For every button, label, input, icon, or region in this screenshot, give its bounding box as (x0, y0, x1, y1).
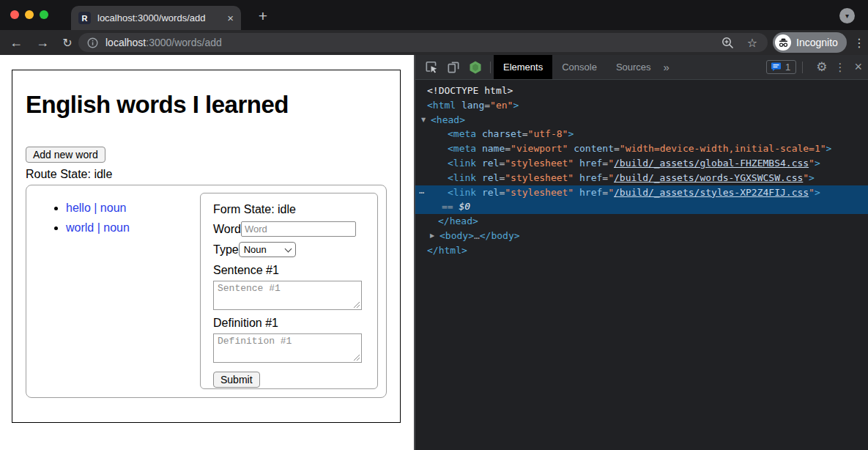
forward-button[interactable]: → (32, 30, 53, 55)
code-token: = (602, 187, 608, 198)
dom-tree-node[interactable]: == $0 (415, 199, 868, 214)
code-token: </html> (427, 245, 467, 256)
code-token: <link (448, 172, 476, 183)
code-token: " (809, 158, 815, 169)
dom-tree-node[interactable]: …<link rel="stylesheet" href="/build/_as… (415, 185, 868, 200)
address-bar[interactable]: localhost:3000/words/add ☆ (78, 33, 768, 52)
code-token: = (484, 100, 490, 111)
incognito-badge: Incognito (773, 32, 847, 53)
dom-tree-node[interactable]: ▼<head> (415, 113, 868, 128)
code-token: <meta (448, 143, 476, 154)
code-token: " (809, 187, 815, 198)
code-token: " (608, 187, 614, 198)
definition-textarea[interactable] (213, 333, 362, 363)
submit-button[interactable]: Submit (213, 372, 260, 388)
back-button[interactable]: ← (6, 30, 26, 55)
code-token: > (568, 128, 574, 139)
node-overflow-menu-icon[interactable]: … (419, 184, 425, 199)
device-toolbar-icon[interactable] (446, 60, 461, 75)
browser-tab[interactable]: R localhost:3000/words/add × (71, 6, 241, 30)
dom-tree-node[interactable]: </head> (415, 214, 868, 229)
dom-tree-node[interactable]: <link rel="stylesheet" href="/build/_ass… (415, 171, 868, 185)
bookmark-star-icon[interactable]: ☆ (747, 36, 757, 50)
code-token: lang (456, 100, 484, 111)
new-tab-button[interactable]: + (253, 6, 273, 26)
type-label: Type (213, 243, 239, 257)
expand-arrow-open-icon[interactable]: ▼ (421, 113, 426, 128)
add-new-word-button[interactable]: Add new word (26, 147, 105, 163)
code-token: == (442, 201, 459, 212)
route-state-text: Route State: idle (26, 168, 387, 181)
page-info-icon[interactable] (87, 37, 98, 48)
resize-grip-icon[interactable] (353, 301, 360, 309)
word-link[interactable]: hello | noun (66, 202, 126, 214)
dom-tree-node[interactable]: <!DOCTYPE html> (415, 84, 868, 98)
resize-grip-icon[interactable] (353, 354, 360, 361)
tab-search-icon[interactable]: ▾ (839, 8, 855, 23)
devtools-menu-icon[interactable]: ⋮ (834, 61, 845, 74)
code-token: <body> (439, 230, 474, 241)
code-token: <!DOCTYPE html> (427, 85, 513, 96)
code-token: … (474, 230, 480, 241)
tab-sources[interactable]: Sources (607, 55, 661, 79)
type-select-value: Noun (244, 244, 286, 255)
sentence-label: Sentence #1 (213, 264, 365, 277)
more-tabs-icon[interactable]: » (664, 61, 669, 73)
tab-elements[interactable]: Elements (494, 55, 552, 79)
reload-button[interactable]: ↻ (57, 30, 78, 55)
code-token: rel (476, 158, 499, 169)
code-token: href (574, 172, 602, 183)
extension-hexagon-icon[interactable] (468, 60, 483, 75)
code-token: rel (476, 172, 499, 183)
browser-menu-icon[interactable]: ⋮ (852, 32, 867, 53)
url-text[interactable]: localhost:3000/words/add (105, 37, 722, 48)
dom-tree-node[interactable]: </html> (415, 243, 868, 258)
code-token: content (568, 143, 614, 154)
code-token: <html (427, 100, 456, 111)
word-label: Word (213, 223, 241, 236)
tab-close-icon[interactable]: × (227, 12, 234, 24)
code-token: "utf-8" (528, 128, 568, 139)
code-token: "stylesheet" (505, 172, 574, 183)
window-minimize-button[interactable] (25, 10, 34, 19)
zoom-icon[interactable] (722, 37, 734, 49)
window-zoom-button[interactable] (40, 10, 48, 19)
dom-tree-node[interactable]: <html lang="en"> (415, 98, 868, 113)
tab-strip: R localhost:3000/words/add × + ▾ (0, 0, 868, 30)
expand-arrow-closed-icon[interactable]: ▶ (430, 229, 434, 243)
dom-tree-node[interactable]: <meta name="viewport" content="width=dev… (415, 141, 868, 156)
code-token: href (574, 187, 602, 198)
dom-tree: <!DOCTYPE html><html lang="en">▼<head><m… (415, 80, 868, 258)
type-select[interactable]: Noun (239, 242, 296, 257)
code-token: </body> (480, 230, 520, 241)
code-token: > (815, 187, 820, 198)
devtools-toolbar: Elements Console Sources » 1 ⚙ ⋮ × (415, 55, 868, 80)
issues-bubble-icon (771, 62, 782, 72)
page-content: English words I learned Add new word Rou… (0, 55, 414, 450)
code-token: href (574, 158, 602, 169)
tab-title: localhost:3000/words/add (97, 12, 223, 23)
issues-counter[interactable]: 1 (766, 60, 796, 74)
window-close-button[interactable] (10, 10, 19, 19)
dom-tree-node[interactable]: <link rel="stylesheet" href="/build/_ass… (415, 156, 868, 171)
remix-favicon-icon: R (78, 12, 91, 24)
chevron-down-icon (284, 245, 292, 252)
tab-console[interactable]: Console (552, 55, 607, 79)
devtools-close-icon[interactable]: × (854, 59, 862, 75)
sentence-textarea[interactable] (213, 281, 362, 310)
code-token: = (614, 143, 620, 154)
code-token: <link (448, 187, 476, 198)
code-token: > (815, 158, 820, 169)
word-input[interactable] (241, 221, 356, 237)
code-token: charset (476, 128, 522, 139)
code-token: name (476, 143, 505, 154)
dom-tree-node[interactable]: <meta charset="utf-8"> (415, 127, 868, 141)
code-token: > (809, 172, 815, 183)
inspect-element-icon[interactable] (424, 60, 439, 75)
dom-tree-node[interactable]: ▶<body>…</body> (415, 229, 868, 243)
word-link[interactable]: world | noun (66, 221, 130, 234)
code-token: > (826, 143, 832, 154)
settings-gear-icon[interactable]: ⚙ (816, 59, 827, 75)
code-token: " (608, 158, 614, 169)
code-token: $0 (459, 201, 470, 212)
